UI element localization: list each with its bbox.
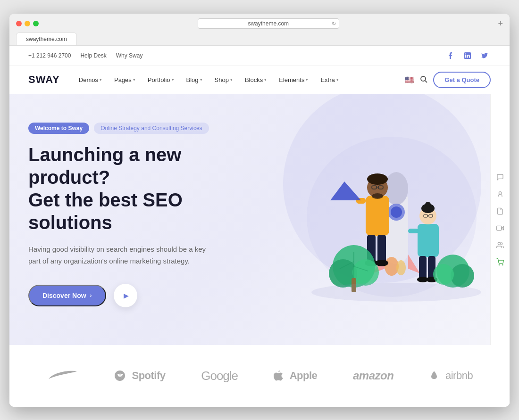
- svg-point-44: [451, 264, 474, 288]
- browser-chrome: swaytheme.com ↻ + swaytheme.com: [9, 14, 510, 46]
- brands-inner: Spotify Google Apple amazon: [28, 369, 491, 383]
- nav-shop[interactable]: Shop ▾: [210, 74, 237, 86]
- arrow-right-icon: ›: [90, 292, 92, 299]
- hero-description: Having good visibility on search engines…: [28, 243, 208, 267]
- svg-rect-32: [419, 256, 427, 280]
- help-desk-link[interactable]: Help Desk: [80, 52, 106, 59]
- nav-demos[interactable]: Demos ▾: [74, 74, 107, 86]
- svg-point-38: [352, 259, 379, 286]
- active-tab[interactable]: swaytheme.com: [16, 33, 77, 45]
- facebook-icon[interactable]: [444, 49, 457, 62]
- topbar: +1 212 946 2700 Help Desk Why Sway: [9, 46, 510, 66]
- svg-rect-24: [418, 224, 439, 257]
- svg-point-21: [375, 260, 388, 266]
- topbar-left: +1 212 946 2700 Help Desk Why Sway: [28, 52, 142, 59]
- svg-point-45: [433, 264, 454, 285]
- chevron-down-icon: ▾: [230, 77, 233, 82]
- nav-pages[interactable]: Pages ▾: [109, 74, 140, 86]
- right-sidebar: [490, 94, 510, 345]
- play-button[interactable]: ▶: [114, 284, 137, 307]
- hero-actions: Discover Now › ▶: [28, 284, 264, 307]
- svg-marker-48: [502, 226, 504, 230]
- browser-window: swaytheme.com ↻ + swaytheme.com +1 212 9…: [9, 14, 510, 407]
- chevron-down-icon: ▾: [306, 77, 308, 82]
- nav-blog[interactable]: Blog ▾: [182, 74, 207, 86]
- brand-google: Google: [201, 369, 238, 383]
- hero-section: Welcome to Sway Online Strategy and Cons…: [9, 94, 510, 345]
- nav-blocks[interactable]: Blocks ▾: [240, 74, 271, 86]
- nav-extra[interactable]: Extra ▾: [316, 74, 343, 86]
- minimize-dot[interactable]: [25, 21, 30, 26]
- brand-airbnb: airbnb: [429, 370, 473, 382]
- brand-apple: Apple: [274, 370, 318, 382]
- browser-tabs: swaytheme.com: [16, 33, 503, 45]
- sidebar-chat-icon[interactable]: [491, 169, 510, 186]
- refresh-icon[interactable]: ↻: [332, 20, 336, 26]
- svg-point-6: [391, 206, 402, 218]
- sidebar-cart-icon[interactable]: [491, 254, 510, 271]
- svg-point-17: [372, 193, 383, 199]
- chevron-down-icon: ▾: [264, 77, 267, 82]
- search-icon[interactable]: [420, 75, 427, 84]
- browser-addressbar: swaytheme.com ↻: [42, 18, 494, 29]
- discover-now-button[interactable]: Discover Now ›: [28, 285, 106, 306]
- close-dot[interactable]: [16, 21, 22, 26]
- get-quote-button[interactable]: Get a Quote: [433, 72, 491, 88]
- why-sway-link[interactable]: Why Sway: [116, 52, 143, 59]
- svg-point-16: [367, 173, 388, 185]
- hero-illustration: [293, 104, 491, 302]
- brands-section: Spotify Google Apple amazon: [9, 345, 510, 407]
- chevron-down-icon: ▾: [100, 77, 102, 82]
- svg-point-27: [425, 202, 431, 207]
- linkedin-icon[interactable]: [461, 49, 474, 62]
- language-flag-icon[interactable]: 🇺🇸: [405, 75, 414, 84]
- chevron-down-icon: ▾: [336, 77, 339, 82]
- brand-amazon: amazon: [353, 369, 393, 382]
- svg-rect-49: [497, 226, 502, 230]
- navbar: SWAY Demos ▾ Pages ▾ Portfolio ▾ Blog ▾: [9, 66, 510, 94]
- chevron-down-icon: ▾: [133, 77, 135, 82]
- brand-spotify: Spotify: [115, 370, 165, 382]
- new-tab-button[interactable]: +: [498, 19, 503, 28]
- svg-point-50: [498, 242, 500, 245]
- nav-right: 🇺🇸 Get a Quote: [405, 72, 491, 88]
- hero-title: Launching a new product? Get the best SE…: [28, 143, 264, 234]
- svg-point-53: [115, 371, 125, 381]
- brand-nike: [46, 369, 79, 383]
- hero-badges: Welcome to Sway Online Strategy and Cons…: [28, 123, 264, 134]
- hero-badge-primary: Welcome to Sway: [28, 123, 89, 134]
- svg-point-51: [499, 264, 499, 265]
- browser-dots: [16, 21, 39, 26]
- twitter-icon[interactable]: [478, 49, 491, 62]
- browser-titlebar: swaytheme.com ↻ +: [16, 18, 503, 29]
- svg-point-47: [499, 191, 501, 194]
- chevron-down-icon: ▾: [200, 77, 202, 82]
- hero-badge-secondary: Online Strategy and Consulting Services: [94, 123, 209, 134]
- url-text: swaytheme.com: [248, 20, 289, 27]
- browser-url-bar[interactable]: swaytheme.com ↻: [198, 18, 339, 29]
- svg-line-1: [425, 81, 427, 82]
- website-content: +1 212 946 2700 Help Desk Why Sway SWAY: [9, 46, 510, 407]
- nav-elements[interactable]: Elements ▾: [274, 74, 313, 86]
- sidebar-users-icon[interactable]: [491, 237, 510, 254]
- svg-point-10: [396, 260, 406, 275]
- hero-content: Welcome to Sway Online Strategy and Cons…: [28, 123, 264, 307]
- nav-items: Demos ▾ Pages ▾ Portfolio ▾ Blog ▾ Shop: [74, 74, 405, 86]
- chevron-down-icon: ▾: [172, 77, 174, 82]
- svg-rect-19: [377, 235, 386, 263]
- site-logo[interactable]: SWAY: [28, 74, 60, 86]
- maximize-dot[interactable]: [33, 21, 39, 26]
- svg-point-52: [502, 264, 503, 265]
- svg-rect-31: [408, 229, 419, 233]
- nav-portfolio[interactable]: Portfolio ▾: [143, 74, 179, 86]
- svg-rect-11: [366, 196, 389, 236]
- phone-number: +1 212 946 2700: [28, 52, 71, 59]
- svg-point-46: [311, 283, 481, 302]
- sidebar-video-icon[interactable]: [491, 220, 510, 237]
- sidebar-file-icon[interactable]: [491, 203, 510, 220]
- svg-point-0: [421, 76, 426, 81]
- play-icon: ▶: [124, 292, 129, 299]
- sidebar-user-icon[interactable]: [491, 186, 510, 203]
- topbar-right: [444, 49, 491, 62]
